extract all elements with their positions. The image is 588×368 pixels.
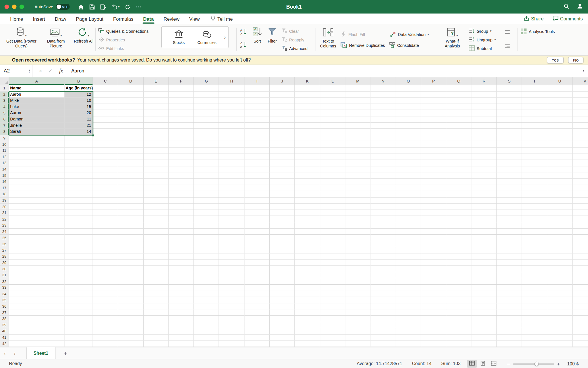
cell-A1[interactable]: Name bbox=[9, 85, 64, 91]
cell-B32[interactable] bbox=[65, 278, 93, 285]
cell-T28[interactable] bbox=[522, 254, 547, 260]
cell-Q41[interactable] bbox=[446, 334, 471, 341]
cell-N32[interactable] bbox=[371, 278, 396, 285]
cell-R27[interactable] bbox=[471, 247, 497, 254]
share-button[interactable]: Share bbox=[524, 16, 543, 22]
cell-F37[interactable] bbox=[169, 310, 194, 316]
cell-U20[interactable] bbox=[547, 204, 572, 210]
cell-S5[interactable] bbox=[497, 110, 522, 116]
cell-O13[interactable] bbox=[396, 160, 421, 166]
cell-F11[interactable] bbox=[169, 147, 194, 154]
column-header-F[interactable]: F bbox=[169, 77, 194, 85]
cell-L10[interactable] bbox=[320, 141, 345, 148]
row-header-33[interactable]: 33 bbox=[0, 285, 9, 291]
cell-O29[interactable] bbox=[396, 260, 421, 266]
cell-B27[interactable] bbox=[65, 247, 93, 254]
cell-L6[interactable] bbox=[320, 116, 345, 123]
search-icon[interactable] bbox=[564, 3, 569, 10]
cell-F22[interactable] bbox=[169, 216, 194, 223]
cell-K24[interactable] bbox=[295, 229, 320, 235]
cell-M8[interactable] bbox=[345, 129, 371, 135]
cell-V26[interactable] bbox=[572, 241, 588, 247]
cell-Q40[interactable] bbox=[446, 328, 471, 335]
cell-K33[interactable] bbox=[295, 285, 320, 291]
formula-bar-expand-icon[interactable]: ▼ bbox=[582, 69, 585, 72]
cell-T42[interactable] bbox=[522, 341, 547, 347]
stocks-data-type[interactable]: Stocks bbox=[165, 27, 193, 48]
cell-I1[interactable] bbox=[244, 85, 270, 91]
row-header-18[interactable]: 18 bbox=[0, 191, 9, 198]
cell-D2[interactable] bbox=[118, 91, 144, 98]
cell-I37[interactable] bbox=[244, 310, 270, 316]
cell-L33[interactable] bbox=[320, 285, 345, 291]
column-header-M[interactable]: M bbox=[345, 77, 371, 85]
cell-G15[interactable] bbox=[194, 172, 219, 179]
cell-G25[interactable] bbox=[194, 235, 219, 241]
cell-L11[interactable] bbox=[320, 147, 345, 154]
cell-M14[interactable] bbox=[345, 166, 371, 172]
cell-I30[interactable] bbox=[244, 266, 270, 272]
cell-U33[interactable] bbox=[547, 285, 572, 291]
save-icon[interactable] bbox=[89, 4, 95, 10]
cell-G36[interactable] bbox=[194, 303, 219, 310]
cell-P13[interactable] bbox=[421, 160, 446, 166]
cell-U3[interactable] bbox=[547, 98, 572, 104]
cell-U29[interactable] bbox=[547, 260, 572, 266]
cell-J37[interactable] bbox=[270, 310, 295, 316]
cell-A14[interactable] bbox=[9, 166, 64, 172]
cell-J9[interactable] bbox=[270, 135, 295, 141]
cell-R15[interactable] bbox=[471, 172, 497, 179]
cell-V3[interactable] bbox=[572, 98, 588, 104]
cell-T8[interactable] bbox=[522, 129, 547, 135]
cell-V42[interactable] bbox=[572, 341, 588, 347]
cell-F14[interactable] bbox=[169, 166, 194, 172]
cell-T9[interactable] bbox=[522, 135, 547, 141]
column-header-J[interactable]: J bbox=[270, 77, 295, 85]
cell-M30[interactable] bbox=[345, 266, 371, 272]
cell-M29[interactable] bbox=[345, 260, 371, 266]
cell-P40[interactable] bbox=[421, 328, 446, 335]
cell-R37[interactable] bbox=[471, 310, 497, 316]
row-header-40[interactable]: 40 bbox=[0, 328, 9, 335]
cell-B28[interactable] bbox=[65, 254, 93, 260]
cell-F17[interactable] bbox=[169, 185, 194, 191]
cell-M26[interactable] bbox=[345, 241, 371, 247]
sheet-nav-next-icon[interactable]: › bbox=[10, 350, 20, 356]
cell-R38[interactable] bbox=[471, 316, 497, 322]
cell-A9[interactable] bbox=[9, 135, 64, 141]
cell-P42[interactable] bbox=[421, 341, 446, 347]
cell-T5[interactable] bbox=[522, 110, 547, 116]
cell-Q26[interactable] bbox=[446, 241, 471, 247]
cell-K6[interactable] bbox=[295, 116, 320, 123]
cell-J34[interactable] bbox=[270, 291, 295, 297]
cell-N5[interactable] bbox=[371, 110, 396, 116]
cell-M34[interactable] bbox=[345, 291, 371, 297]
cell-I26[interactable] bbox=[244, 241, 270, 247]
cell-E29[interactable] bbox=[144, 260, 169, 266]
cell-H32[interactable] bbox=[219, 278, 244, 285]
cell-H17[interactable] bbox=[219, 185, 244, 191]
cell-V19[interactable] bbox=[572, 198, 588, 204]
cell-L41[interactable] bbox=[320, 334, 345, 341]
cell-D17[interactable] bbox=[118, 185, 144, 191]
cell-H27[interactable] bbox=[219, 247, 244, 254]
cell-P5[interactable] bbox=[421, 110, 446, 116]
stepper-up-icon[interactable]: ▲ bbox=[28, 68, 30, 71]
cell-A27[interactable] bbox=[9, 247, 64, 254]
cell-R5[interactable] bbox=[471, 110, 497, 116]
cell-U12[interactable] bbox=[547, 154, 572, 160]
cell-S21[interactable] bbox=[497, 210, 522, 216]
cell-N15[interactable] bbox=[371, 172, 396, 179]
cell-D23[interactable] bbox=[118, 222, 144, 229]
confirm-entry-icon[interactable]: ✓ bbox=[48, 68, 52, 74]
row-header-23[interactable]: 23 bbox=[0, 222, 9, 229]
zoom-level[interactable]: 100% bbox=[563, 361, 579, 366]
cell-T26[interactable] bbox=[522, 241, 547, 247]
cell-R17[interactable] bbox=[471, 185, 497, 191]
cell-N40[interactable] bbox=[371, 328, 396, 335]
cell-B10[interactable] bbox=[65, 141, 93, 148]
cell-J39[interactable] bbox=[270, 322, 295, 328]
cell-Q20[interactable] bbox=[446, 204, 471, 210]
cell-S24[interactable] bbox=[497, 229, 522, 235]
cell-C10[interactable] bbox=[93, 141, 118, 148]
